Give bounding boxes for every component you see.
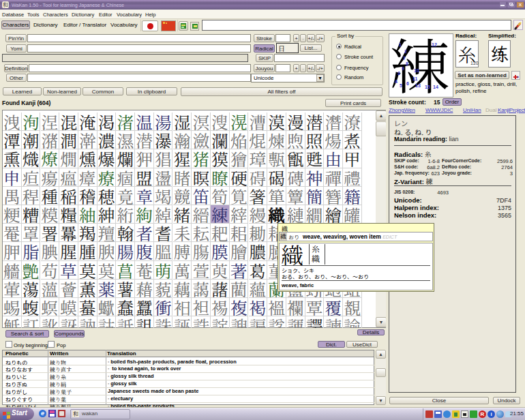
svg-text:14: 14 [433,85,438,89]
svg-text:15: 15 [425,85,430,89]
svg-text:2: 2 [404,49,407,54]
svg-text:9: 9 [402,66,404,71]
svg-text:6: 6 [406,81,409,86]
svg-text:10: 10 [414,68,419,73]
svg-text:8: 8 [406,61,408,66]
svg-text:11: 11 [412,76,418,81]
svg-text:5: 5 [400,83,402,88]
svg-text:12: 12 [432,42,437,47]
svg-text:13: 13 [415,83,421,88]
svg-text:4: 4 [395,79,397,84]
svg-text:3: 3 [397,71,400,76]
svg-text:7: 7 [403,56,406,61]
svg-text:1: 1 [399,42,402,47]
